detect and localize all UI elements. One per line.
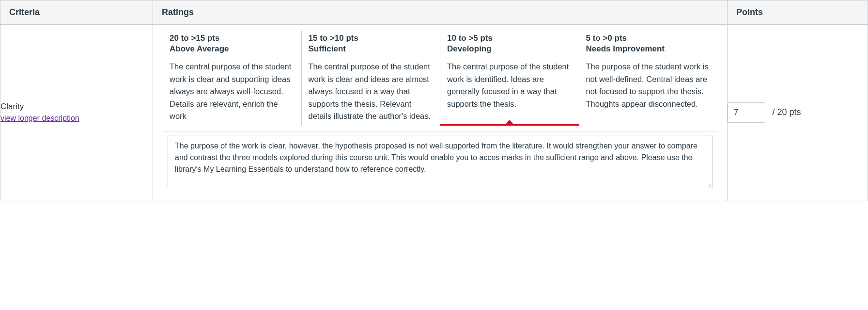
rating-cell[interactable]: 20 to >15 ptsAbove AverageThe central pu… [163,31,301,126]
header-ratings: Ratings [153,0,728,25]
rating-description: The purpose of the student work is not w… [586,61,711,110]
rating-description: The central purpose of the student work … [170,61,294,123]
selected-caret-icon [505,120,514,125]
points-cell: / 20 pts [728,25,868,201]
rating-title: Sufficient [309,44,434,54]
view-long-description-link[interactable]: view longer description [0,114,79,123]
rating-cell[interactable]: 15 to >10 ptsSufficientThe central purpo… [301,31,440,126]
ratings-row: 20 to >15 ptsAbove AverageThe central pu… [153,25,727,131]
criterion-comment-input[interactable] [168,135,713,188]
header-criteria: Criteria [0,0,153,25]
comment-wrap [163,131,717,201]
rating-cell[interactable]: 5 to >0 ptsNeeds ImprovementThe purpose … [579,31,718,126]
rating-description: The central purpose of the student work … [309,61,434,123]
rating-points-range: 15 to >10 pts [309,33,434,43]
rating-title: Needs Improvement [586,44,711,54]
rating-points-range: 10 to >5 pts [447,33,572,43]
rubric-table: Criteria Ratings Points Clarity view lon… [0,0,868,201]
criteria-cell: Clarity view longer description [0,25,153,201]
ratings-cell: 20 to >15 ptsAbove AverageThe central pu… [153,25,728,201]
rating-points-range: 5 to >0 pts [586,33,711,43]
rating-title: Above Average [170,44,294,54]
rating-points-range: 20 to >15 pts [170,33,294,43]
rating-title: Developing [447,44,572,54]
rating-description: The central purpose of the student work … [447,61,572,110]
rating-cell[interactable]: 10 to >5 ptsDevelopingThe central purpos… [440,31,579,126]
header-points: Points [728,0,868,25]
criterion-name: Clarity [0,102,153,112]
points-input[interactable] [728,102,765,123]
points-max-label: / 20 pts [772,107,801,117]
rubric-row: Clarity view longer description 20 to >1… [0,25,868,201]
